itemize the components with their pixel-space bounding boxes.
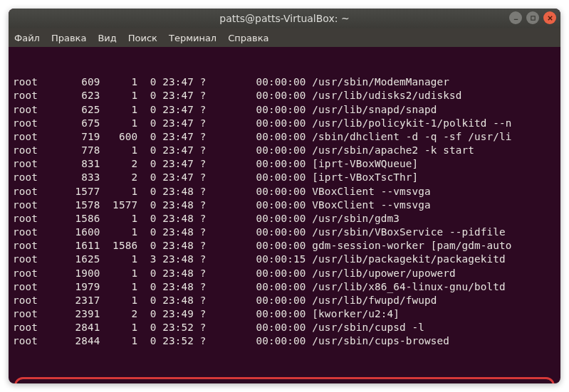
process-row: root 623 1 0 23:47 ? 00:00:00 /usr/lib/u…: [13, 89, 556, 102]
process-row: root 1900 1 0 23:48 ? 00:00:00 /usr/lib/…: [13, 267, 556, 280]
menu-file[interactable]: Файл: [14, 33, 40, 43]
highlight-box: patts@patts-VirtualBox:~$ ps -fp 12 UID …: [14, 377, 555, 383]
terminal-output[interactable]: root 609 1 0 23:47 ? 00:00:00 /usr/sbin/…: [9, 47, 560, 383]
menu-edit[interactable]: Правка: [51, 33, 86, 43]
minimize-button[interactable]: [509, 11, 522, 24]
process-list: root 609 1 0 23:47 ? 00:00:00 /usr/sbin/…: [13, 75, 556, 348]
process-row: root 609 1 0 23:47 ? 00:00:00 /usr/sbin/…: [13, 75, 556, 89]
process-row: root 778 1 0 23:47 ? 00:00:00 /usr/sbin/…: [13, 144, 556, 157]
titlebar: patts@patts-VirtualBox: ~: [9, 9, 560, 28]
process-row: root 1979 1 0 23:48 ? 00:00:00 /usr/lib/…: [13, 280, 556, 294]
process-row: root 1625 1 3 23:48 ? 00:00:15 /usr/lib/…: [13, 253, 556, 266]
process-row: root 2391 2 0 23:49 ? 00:00:00 [kworker/…: [13, 307, 556, 321]
process-row: root 1600 1 0 23:48 ? 00:00:00 /usr/sbin…: [13, 226, 556, 239]
process-row: root 2844 1 0 23:52 ? 00:00:00 /usr/sbin…: [13, 334, 556, 348]
process-row: root 2841 1 0 23:52 ? 00:00:00 /usr/sbin…: [13, 321, 556, 334]
window-controls: [509, 11, 556, 24]
process-row: root 833 2 0 23:47 ? 00:00:00 [iprt-VBox…: [13, 171, 556, 184]
process-row: root 831 2 0 23:47 ? 00:00:00 [iprt-VBox…: [13, 157, 556, 171]
menubar: Файл Правка Вид Поиск Терминал Справка: [9, 28, 560, 47]
svg-rect-1: [531, 16, 534, 19]
process-row: root 675 1 0 23:47 ? 00:00:00 /usr/lib/p…: [13, 117, 556, 130]
menu-view[interactable]: Вид: [98, 33, 116, 43]
terminal-window: patts@patts-VirtualBox: ~ Файл Правка Ви…: [9, 9, 560, 383]
process-row: root 1578 1577 0 23:48 ? 00:00:00 VBoxCl…: [13, 198, 556, 212]
process-row: root 1577 1 0 23:48 ? 00:00:00 VBoxClien…: [13, 185, 556, 198]
process-row: root 625 1 0 23:47 ? 00:00:00 /usr/lib/s…: [13, 103, 556, 117]
menu-help[interactable]: Справка: [228, 33, 268, 43]
process-row: root 1611 1586 0 23:48 ? 00:00:00 gdm-se…: [13, 239, 556, 253]
process-row: root 719 600 0 23:47 ? 00:00:00 /sbin/dh…: [13, 130, 556, 144]
process-row: root 2317 1 0 23:48 ? 00:00:00 /usr/lib/…: [13, 294, 556, 307]
menu-search[interactable]: Поиск: [128, 33, 157, 43]
process-row: root 1586 1 0 23:48 ? 00:00:00 /usr/sbin…: [13, 212, 556, 226]
close-button[interactable]: [543, 11, 556, 24]
maximize-button[interactable]: [526, 11, 539, 24]
window-title: patts@patts-VirtualBox: ~: [219, 13, 349, 24]
menu-terminal[interactable]: Терминал: [169, 33, 216, 43]
